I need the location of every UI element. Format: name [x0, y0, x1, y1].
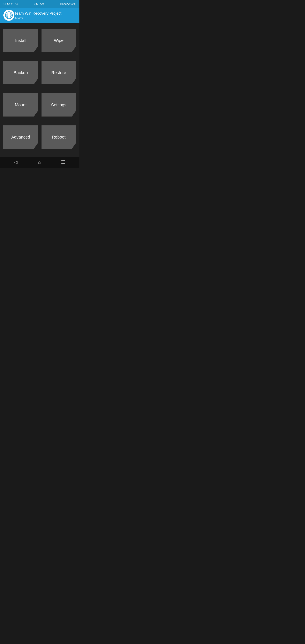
header-text: Team Win Recovery Project 3.4.0-0 — [14, 11, 62, 19]
reboot-button[interactable]: Reboot — [42, 126, 76, 149]
mount-button[interactable]: Mount — [4, 93, 38, 116]
status-bar: CPU: 41 °C 6:58 AM Battery: 92% — [0, 0, 80, 8]
navigation-bar: ◁ ⌂ ☰ — [0, 157, 80, 168]
app-title: Team Win Recovery Project — [14, 11, 62, 16]
nav-back-icon[interactable]: ◁ — [12, 158, 20, 167]
restore-button[interactable]: Restore — [42, 61, 76, 84]
nav-home-icon[interactable]: ⌂ — [36, 158, 42, 167]
nav-menu-icon[interactable]: ☰ — [59, 158, 67, 167]
app-version: 3.4.0-0 — [14, 16, 62, 19]
cpu-status: CPU: 41 °C — [4, 2, 18, 6]
advanced-button[interactable]: Advanced — [4, 126, 38, 149]
wipe-button[interactable]: Wipe — [42, 29, 76, 52]
app-header: Team Win Recovery Project 3.4.0-0 — [0, 8, 80, 23]
backup-button[interactable]: Backup — [4, 61, 38, 84]
app-logo — [4, 10, 14, 21]
time-status: 6:58 AM — [34, 2, 44, 6]
settings-button[interactable]: Settings — [42, 93, 76, 116]
battery-status: Battery: 92% — [60, 2, 76, 6]
main-grid: Install Wipe Backup Restore Mount Settin… — [0, 23, 80, 157]
install-button[interactable]: Install — [4, 29, 38, 52]
